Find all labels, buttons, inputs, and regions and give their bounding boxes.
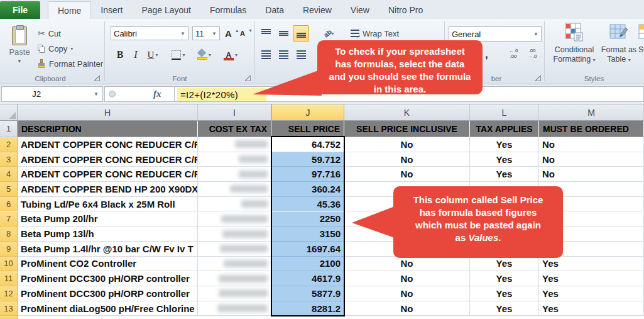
cell-J3[interactable]: 59.712	[271, 152, 344, 167]
row-header-12[interactable]: 12	[0, 286, 18, 301]
align-right-button[interactable]	[293, 47, 309, 63]
cell-I5[interactable]	[198, 182, 271, 197]
tab-insert[interactable]: Insert	[91, 1, 132, 19]
cell-L13[interactable]: Yes	[470, 301, 539, 316]
column-header-I[interactable]: I	[198, 104, 271, 121]
cell-H8[interactable]: Beta Pump 13l/h	[18, 227, 198, 242]
borders-button[interactable]: ▾	[168, 47, 188, 63]
comma-style-button[interactable]: ,	[485, 48, 488, 62]
cell-M13[interactable]: Yes	[539, 301, 644, 316]
cell-H10[interactable]: ProMinent CO2 Controller	[18, 257, 198, 272]
align-center-button[interactable]	[275, 47, 292, 63]
cell-I6[interactable]	[198, 197, 271, 212]
cell-H4[interactable]: ARDENT COPPER CONC REDUCER C/F	[18, 167, 198, 182]
cell-H11[interactable]: ProMinent DCC300 pH/ORP controller	[18, 271, 198, 286]
cell-H2[interactable]: ARDENT COPPER CONC REDUCER C/F	[18, 137, 198, 152]
cell-J8[interactable]: 3150	[271, 227, 344, 242]
align-left-button[interactable]	[258, 47, 274, 63]
column-header-K[interactable]: K	[344, 104, 470, 121]
cell-J11[interactable]: 4617.9	[271, 271, 344, 286]
font-dialog-launcher-icon[interactable]	[245, 76, 251, 81]
column-header-M[interactable]: M	[539, 104, 644, 121]
header-cell-M1[interactable]: MUST BE ORDERED	[539, 121, 644, 137]
cell-J10[interactable]: 2100	[271, 257, 344, 272]
cell-I8[interactable]	[198, 227, 271, 242]
cell-J13[interactable]: 8281.2	[271, 301, 344, 316]
cell-J2[interactable]: 64.752	[271, 137, 344, 152]
cell-K2[interactable]: No	[344, 137, 470, 152]
tab-page-layout[interactable]: Page Layout	[132, 1, 200, 19]
tab-view[interactable]: View	[341, 1, 379, 19]
header-cell-I1[interactable]: COST EX TAX	[198, 121, 271, 137]
cell-M10[interactable]: Yes	[539, 257, 644, 272]
cell-L4[interactable]: Yes	[470, 167, 539, 182]
insert-function-button[interactable]	[109, 91, 116, 98]
cell-I4[interactable]	[198, 167, 271, 182]
font-name-combo[interactable]: Calibri ▼	[111, 26, 188, 40]
cell-H7[interactable]: Beta Pump 20l/hr	[18, 212, 198, 227]
cell-M4[interactable]: No	[539, 167, 644, 182]
header-cell-K1[interactable]: SELL PRICE INCLUSIVE	[344, 121, 470, 137]
cell-J9[interactable]: 1697.64	[271, 242, 344, 257]
paste-button[interactable]: Paste ▼	[5, 24, 34, 73]
cell-I13[interactable]	[198, 301, 271, 316]
bold-button[interactable]: B	[113, 47, 127, 63]
cell-H5[interactable]: ARDENT COPPER BEND HP 200 X90DX	[18, 182, 198, 197]
cell-H13[interactable]: ProMinent diaLog500 pH/Free Chlorine	[18, 301, 198, 316]
tab-home[interactable]: Home	[48, 1, 91, 19]
column-header-H[interactable]: H	[18, 104, 198, 121]
row-header-5[interactable]: 5	[0, 182, 18, 197]
cell-M12[interactable]: Yes	[539, 286, 644, 301]
row-header-7[interactable]: 7	[0, 212, 18, 227]
underline-button[interactable]: U ▾	[143, 47, 162, 63]
cell-L2[interactable]: Yes	[470, 137, 539, 152]
tab-formulas[interactable]: Formulas	[200, 1, 256, 19]
cell-K11[interactable]: No	[344, 271, 470, 286]
tab-review[interactable]: Review	[293, 1, 341, 19]
increase-decimal-button[interactable]: ←.0.00	[505, 48, 521, 63]
file-tab[interactable]: File	[0, 1, 40, 19]
row-header-4[interactable]: 4	[0, 167, 18, 182]
tab-data[interactable]: Data	[256, 1, 293, 19]
cell-I3[interactable]	[198, 152, 271, 167]
cell-H9[interactable]: Beta Pump 1.4l/hr @10 bar C/W Fv Iv T	[18, 242, 198, 257]
column-header-J[interactable]: J	[271, 104, 344, 121]
format-as-table-button[interactable]: Format as Table ▾	[598, 23, 640, 65]
cell-J12[interactable]: 5877.9	[271, 286, 344, 301]
cell-K13[interactable]: No	[344, 301, 470, 316]
conditional-formatting-button[interactable]: Conditional Formatting ▾	[550, 23, 598, 65]
cell-L11[interactable]: Yes	[470, 271, 539, 286]
cell-J7[interactable]: 2250	[271, 212, 344, 227]
cell-L10[interactable]: Yes	[470, 257, 539, 272]
cell-K4[interactable]: No	[344, 167, 470, 182]
cut-button[interactable]: ✂ Cut	[38, 26, 61, 40]
cell-I2[interactable]	[198, 137, 271, 152]
align-middle-button[interactable]	[275, 25, 292, 42]
cell-L12[interactable]: Yes	[470, 286, 539, 301]
name-box[interactable]: J2 ▼	[1, 86, 103, 102]
align-top-button[interactable]	[258, 25, 274, 42]
cell-styles-button[interactable]: St	[638, 23, 644, 55]
cell-H12[interactable]: ProMinent DCC300 pH/ORP controller	[18, 286, 198, 301]
cell-K12[interactable]: No	[344, 286, 470, 301]
cell-H6[interactable]: Tubing Ld/Pe 6x4 Black x 25M Roll	[18, 197, 198, 212]
cell-I12[interactable]	[198, 286, 271, 301]
number-dialog-launcher-icon[interactable]	[535, 76, 541, 81]
cell-I10[interactable]	[198, 257, 271, 272]
row-header-1[interactable]: 1	[0, 121, 18, 137]
row-header-6[interactable]: 6	[0, 197, 18, 212]
wrap-text-button[interactable]: Wrap Text	[351, 26, 399, 40]
row-header-10[interactable]: 10	[0, 257, 18, 272]
orientation-button[interactable]: ab ▾	[317, 25, 340, 42]
cell-J6[interactable]: 45.36	[271, 197, 344, 212]
row-header-13[interactable]: 13	[0, 301, 18, 316]
cell-M3[interactable]: No	[539, 152, 644, 167]
cell-M11[interactable]: Yes	[539, 271, 644, 286]
fill-color-button[interactable]: ▾	[194, 47, 215, 63]
cell-I7[interactable]	[198, 212, 271, 227]
header-cell-H1[interactable]: DESCRIPTION	[18, 121, 198, 137]
cell-H3[interactable]: ARDENT COPPER CONC REDUCER C/F	[18, 152, 198, 167]
font-size-combo[interactable]: 11 ▼	[192, 26, 220, 40]
fx-icon[interactable]: fx	[153, 89, 161, 99]
font-color-button[interactable]: A ▾	[220, 47, 241, 63]
